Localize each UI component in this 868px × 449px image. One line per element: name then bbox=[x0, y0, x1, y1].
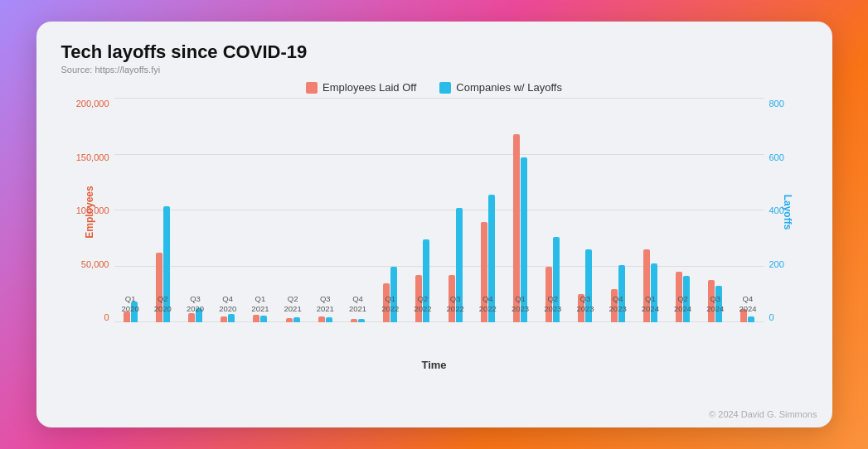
bar-group bbox=[309, 99, 342, 322]
bar-group bbox=[602, 99, 634, 322]
bar-group bbox=[634, 99, 667, 322]
x-label: Q12024 bbox=[634, 291, 667, 322]
bar-group bbox=[536, 99, 569, 322]
chart-source: Source: https://layoffs.fyi bbox=[61, 65, 807, 75]
bar-group bbox=[667, 99, 699, 322]
y-left-label: 50,000 bbox=[81, 259, 109, 269]
x-label: Q42023 bbox=[602, 291, 634, 322]
x-label: Q32023 bbox=[569, 291, 601, 322]
bar-group bbox=[244, 99, 276, 322]
bar-group bbox=[179, 99, 211, 322]
legend-employees: Employees Laid Off bbox=[306, 81, 416, 94]
x-label: Q12023 bbox=[504, 291, 536, 322]
bar-group bbox=[439, 99, 472, 322]
chart-area: 200,000150,000100,00050,0000 80060040020… bbox=[61, 99, 807, 355]
y-right-label: 800 bbox=[769, 99, 784, 109]
bar-group bbox=[569, 99, 601, 322]
x-label: Q22022 bbox=[406, 291, 439, 322]
y-right-label: 0 bbox=[769, 312, 774, 322]
bar-group bbox=[277, 99, 309, 322]
copyright: © 2024 David G. Simmons bbox=[709, 409, 817, 419]
x-label: Q42024 bbox=[731, 291, 764, 322]
x-label: Q32024 bbox=[699, 291, 731, 322]
x-label: Q32020 bbox=[179, 291, 211, 322]
bar-group bbox=[699, 99, 731, 322]
x-labels: Q12020Q22020Q32020Q42020Q12021Q22021Q320… bbox=[114, 291, 764, 322]
bar-group bbox=[472, 99, 504, 322]
bar-group bbox=[114, 99, 147, 322]
y-left-label: 0 bbox=[104, 312, 109, 322]
chart-inner: Q12020Q22020Q32020Q42020Q12021Q22021Q320… bbox=[114, 99, 764, 322]
x-label: Q22024 bbox=[667, 291, 699, 322]
bar-group bbox=[374, 99, 406, 322]
x-label: Q42021 bbox=[342, 291, 374, 322]
legend-companies-dot bbox=[439, 82, 451, 94]
y-right-label: 600 bbox=[769, 152, 784, 162]
y-left-label: 150,000 bbox=[76, 152, 109, 162]
x-label: Q32021 bbox=[309, 291, 342, 322]
x-label: Q12021 bbox=[244, 291, 276, 322]
legend-employees-label: Employees Laid Off bbox=[322, 81, 416, 94]
y-right-label: 200 bbox=[769, 259, 784, 269]
x-label: Q22020 bbox=[147, 291, 179, 322]
x-label: Q12022 bbox=[374, 291, 406, 322]
legend-companies-label: Companies w/ Layoffs bbox=[456, 81, 562, 94]
chart-legend: Employees Laid Off Companies w/ Layoffs bbox=[61, 81, 807, 94]
y-axis-left-title: Employees bbox=[83, 186, 95, 239]
x-label: Q32022 bbox=[439, 291, 472, 322]
x-label: Q22023 bbox=[536, 291, 569, 322]
legend-companies: Companies w/ Layoffs bbox=[439, 81, 562, 94]
bar-group bbox=[211, 99, 244, 322]
bar-group bbox=[406, 99, 439, 322]
chart-card: Tech layoffs since COVID-19 Source: http… bbox=[36, 22, 832, 427]
x-label: Q12020 bbox=[114, 291, 147, 322]
bar-group bbox=[342, 99, 374, 322]
bar-group bbox=[147, 99, 179, 322]
bar-group bbox=[731, 99, 764, 322]
legend-employees-dot bbox=[306, 82, 318, 94]
y-left-label: 200,000 bbox=[76, 99, 109, 109]
y-axis-right-title: Layoffs bbox=[782, 195, 793, 230]
x-label: Q22021 bbox=[277, 291, 309, 322]
x-label: Q42020 bbox=[211, 291, 244, 322]
bars-container bbox=[114, 99, 764, 322]
chart-title: Tech layoffs since COVID-19 bbox=[61, 41, 807, 63]
x-label: Q42022 bbox=[472, 291, 504, 322]
x-axis-title: Time bbox=[61, 359, 807, 371]
bar-group bbox=[504, 99, 536, 322]
